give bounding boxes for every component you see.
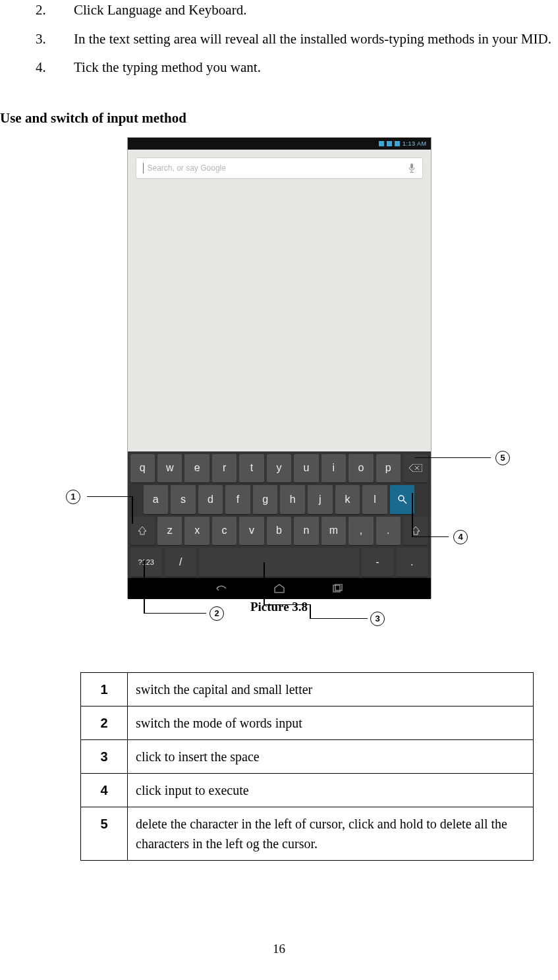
key-m[interactable]: m: [321, 517, 346, 546]
svg-rect-0: [410, 163, 413, 169]
shift-key[interactable]: [130, 517, 155, 546]
home-screen-area: [128, 179, 431, 451]
key-i[interactable]: i: [321, 454, 346, 483]
key-t[interactable]: t: [239, 454, 264, 483]
figure-caption: Picture 3.8: [250, 600, 308, 614]
figure-wrapper: 1:13 AM Search, or say Google q w e r t: [0, 137, 558, 625]
callout-line: [415, 457, 491, 459]
table-row: 3 click to insert the space: [81, 740, 534, 774]
table-row: 2 switch the mode of words input: [81, 706, 534, 740]
keyboard-row: ?123 / - .: [130, 548, 428, 577]
legend-text: click to insert the space: [128, 740, 534, 774]
key-h[interactable]: h: [280, 485, 305, 514]
key-f[interactable]: f: [225, 485, 250, 514]
legend-number: 2: [81, 706, 128, 740]
status-time: 1:13 AM: [403, 140, 427, 147]
callout-number: 3: [370, 612, 385, 626]
svg-rect-1: [411, 170, 412, 172]
callout-number: 5: [495, 451, 510, 465]
callout-line: [264, 604, 310, 606]
callout-number: 1: [66, 490, 80, 504]
legend-number: 3: [81, 740, 128, 774]
recent-icon[interactable]: [331, 584, 343, 593]
key-w[interactable]: w: [157, 454, 182, 483]
callout-line: [87, 496, 132, 498]
callout-line: [310, 604, 311, 618]
home-icon[interactable]: [273, 584, 285, 593]
callout-line: [412, 493, 413, 536]
key-slash[interactable]: /: [165, 548, 196, 577]
key-a[interactable]: a: [144, 485, 169, 514]
key-x[interactable]: x: [184, 517, 209, 546]
callout-line: [264, 562, 265, 604]
callout-number: 4: [453, 530, 468, 544]
legend-number: 1: [81, 673, 128, 706]
key-o[interactable]: o: [349, 454, 373, 483]
space-key[interactable]: [199, 548, 358, 577]
key-p[interactable]: p: [376, 454, 401, 483]
callout-line: [310, 618, 368, 620]
nav-bar: [128, 578, 431, 599]
search-input[interactable]: Search, or say Google: [136, 158, 423, 179]
search-key[interactable]: [390, 485, 415, 514]
svg-rect-2: [410, 172, 414, 173]
key-b[interactable]: b: [267, 517, 291, 546]
page-number: 16: [273, 942, 285, 956]
backspace-key[interactable]: [403, 454, 428, 483]
key-r[interactable]: r: [212, 454, 237, 483]
list-text: In the text setting area will reveal all…: [74, 29, 558, 50]
legend-table: 1 switch the capital and small letter 2 …: [80, 672, 534, 861]
key-v[interactable]: v: [239, 517, 264, 546]
key-c[interactable]: c: [212, 517, 237, 546]
list-text: Click Language and Keyboard.: [74, 0, 558, 21]
callout-line: [144, 613, 206, 614]
list-number: 3.: [0, 29, 74, 50]
signal-icon: [379, 141, 384, 146]
callout-line: [144, 560, 145, 613]
key-dash[interactable]: -: [362, 548, 393, 577]
key-g[interactable]: g: [253, 485, 278, 514]
microphone-icon[interactable]: [408, 163, 416, 173]
callout-line: [132, 496, 133, 524]
search-placeholder: Search, or say Google: [148, 163, 408, 173]
section-heading: Use and switch of input method: [0, 110, 558, 127]
document-page: 2. Click Language and Keyboard. 3. In th…: [0, 0, 558, 980]
key-l[interactable]: l: [362, 485, 387, 514]
list-text: Tick the typing method you want.: [74, 57, 558, 78]
callout-3: 3: [370, 612, 385, 626]
key-e[interactable]: e: [184, 454, 209, 483]
key-z[interactable]: z: [157, 517, 182, 546]
list-number: 4.: [0, 57, 74, 78]
text-cursor: [143, 163, 144, 173]
battery-icon: [395, 141, 400, 146]
key-n[interactable]: n: [294, 517, 318, 546]
on-screen-keyboard: q w e r t y u i o p a s d: [128, 451, 431, 578]
callout-number: 2: [209, 606, 224, 621]
key-y[interactable]: y: [267, 454, 291, 483]
svg-point-3: [399, 496, 404, 501]
key-dot[interactable]: .: [396, 548, 428, 577]
legend-text: click input to execute: [128, 774, 534, 807]
instruction-list: 2. Click Language and Keyboard. 3. In th…: [0, 0, 558, 78]
table-row: 4 click input to execute: [81, 774, 534, 807]
key-period[interactable]: .: [376, 517, 401, 546]
legend-text: switch the mode of words input: [128, 706, 534, 740]
callout-1: 1: [66, 490, 80, 504]
mode-switch-key[interactable]: ?123: [130, 548, 162, 577]
key-s[interactable]: s: [171, 485, 196, 514]
keyboard-row: a s d f g h j k l: [130, 485, 428, 514]
legend-text: switch the capital and small letter: [128, 673, 534, 706]
key-q[interactable]: q: [130, 454, 155, 483]
table-row: 1 switch the capital and small letter: [81, 673, 534, 706]
key-j[interactable]: j: [308, 485, 333, 514]
back-icon[interactable]: [215, 584, 227, 593]
key-k[interactable]: k: [335, 485, 360, 514]
callout-5: 5: [495, 451, 510, 465]
key-u[interactable]: u: [294, 454, 318, 483]
key-d[interactable]: d: [198, 485, 223, 514]
callout-line: [412, 536, 449, 538]
callout-2: 2: [209, 606, 224, 621]
instruction-item: 3. In the text setting area will reveal …: [0, 29, 558, 50]
key-comma[interactable]: ,: [349, 517, 373, 546]
shift-key-right[interactable]: [403, 517, 428, 546]
